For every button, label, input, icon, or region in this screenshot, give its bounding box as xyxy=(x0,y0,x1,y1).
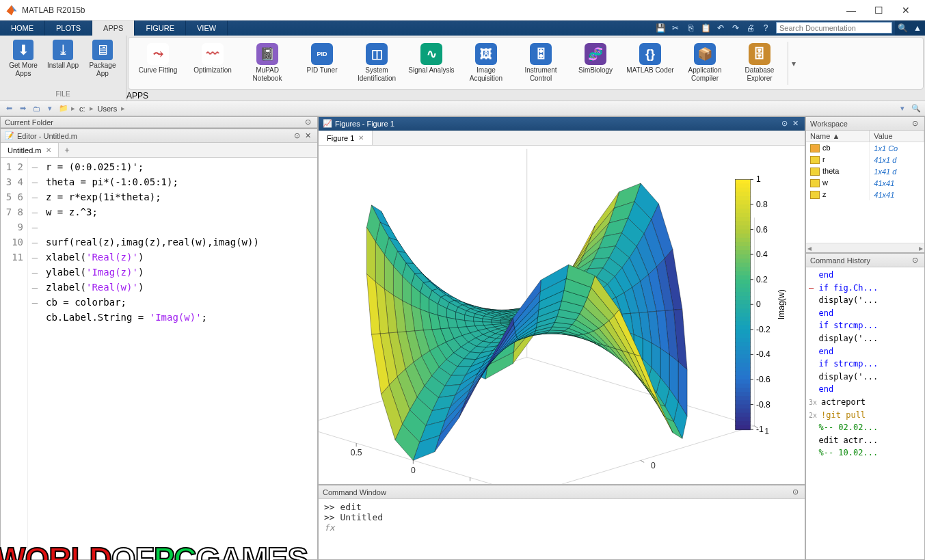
left-column: Current Folder ⊙ 📝 Editor - Untitled.m ⊙… xyxy=(0,116,318,560)
history-item[interactable]: 3x actreport xyxy=(809,396,922,409)
panel-menu-icon[interactable]: ⊙ xyxy=(909,119,920,128)
app-image-acquisition[interactable]: 🖼Image Acquisition xyxy=(459,42,513,83)
history-item[interactable]: end xyxy=(809,345,922,358)
breadcrumb-drive[interactable]: c: xyxy=(77,105,88,113)
svg-rect-698 xyxy=(735,238,750,243)
history-item[interactable]: – if fig.Ch... xyxy=(809,282,922,295)
package-app-button[interactable]: 🖥 Package App xyxy=(83,38,122,79)
workspace-row[interactable]: w41x41 xyxy=(806,177,924,189)
app-optimization[interactable]: 〰Optimization xyxy=(186,42,239,76)
code-area[interactable]: 1 2 3 4 5 6 7 8 9 10 11 – – – – – – – – … xyxy=(1,158,317,559)
svg-text:0: 0 xyxy=(651,461,656,470)
history-item[interactable]: %-- 10.02... xyxy=(809,446,922,459)
svg-rect-706 xyxy=(735,271,750,276)
help-icon[interactable]: ? xyxy=(758,21,773,36)
history-item[interactable]: end xyxy=(809,383,922,396)
figure-tab-label: Figure 1 xyxy=(327,134,354,142)
nav-history-icon[interactable]: ▾ xyxy=(44,104,56,113)
app-application-compiler[interactable]: 📦Application Compiler xyxy=(678,42,732,83)
close-button[interactable]: ✕ xyxy=(892,2,920,18)
workspace-row[interactable]: theta1x41 d xyxy=(806,165,924,177)
app-simbiology[interactable]: 🧬SimBiology xyxy=(569,42,622,76)
svg-rect-685 xyxy=(735,184,750,189)
panel-menu-icon[interactable]: ⊙ xyxy=(909,256,920,265)
workspace-col-value[interactable]: Value xyxy=(870,131,924,142)
history-item[interactable]: 2x !git pull xyxy=(809,409,922,422)
app-instrument-control[interactable]: 🎛Instrument Control xyxy=(514,42,567,83)
app-matlab-coder[interactable]: {}MATLAB Coder xyxy=(624,42,677,76)
app-system-identification[interactable]: ◫System Identification xyxy=(350,42,403,83)
get-more-apps-button[interactable]: ⬇ Get More Apps xyxy=(4,38,42,79)
save-icon[interactable]: 💾 xyxy=(653,21,668,36)
history-item[interactable]: display('... xyxy=(809,294,922,307)
command-line: >> edit xyxy=(324,502,799,512)
apps-more-icon[interactable]: ▾ xyxy=(788,42,799,85)
panel-menu-icon[interactable]: ⊙ xyxy=(779,119,790,128)
search-folder-icon[interactable]: 🔍 xyxy=(910,104,922,113)
paste-icon[interactable]: 📋 xyxy=(698,21,713,36)
tab-apps[interactable]: APPS xyxy=(92,21,135,36)
cut-icon[interactable]: ✂ xyxy=(668,21,683,36)
figure-tab-1[interactable]: Figure 1 ✕ xyxy=(319,131,373,145)
panel-close-icon[interactable]: ✕ xyxy=(790,119,801,128)
panel-close-icon[interactable]: ✕ xyxy=(302,131,313,140)
tab-figure[interactable]: FIGURE xyxy=(135,21,186,36)
history-item[interactable]: if strcmp... xyxy=(809,358,922,371)
history-item[interactable]: %-- 02.02... xyxy=(809,421,922,434)
nav-up-icon[interactable]: 🗀 xyxy=(30,105,42,113)
panel-menu-icon[interactable]: ⊙ xyxy=(302,118,313,126)
app-curve-fitting[interactable]: ⤳Curve Fitting xyxy=(131,42,185,76)
history-item[interactable]: edit actr... xyxy=(809,434,922,447)
tab-close-icon[interactable]: ✕ xyxy=(358,134,364,142)
workspace-scrollbar[interactable]: ◂▸ xyxy=(806,243,924,252)
tab-plots[interactable]: PLOTS xyxy=(45,21,92,36)
app-database-explorer[interactable]: 🗄Database Explorer xyxy=(733,42,786,83)
install-app-button[interactable]: ⤓ Install App xyxy=(44,38,82,71)
undo-icon[interactable]: ↶ xyxy=(713,21,728,36)
svg-rect-688 xyxy=(735,196,750,201)
window-title: MATLAB R2015b xyxy=(22,5,837,15)
breadcrumb-folder[interactable]: Users xyxy=(95,105,120,113)
workspace-row[interactable]: cb1x1 Co xyxy=(806,142,924,155)
nav-forward-icon[interactable]: ➡ xyxy=(16,104,29,113)
app-icon: PID xyxy=(311,43,333,65)
history-item[interactable]: display('... xyxy=(809,371,922,384)
app-mupad-notebook[interactable]: 📓MuPAD Notebook xyxy=(241,42,294,83)
app-pid-tuner[interactable]: PIDPID Tuner xyxy=(295,42,349,76)
svg-rect-725 xyxy=(735,350,750,355)
nav-back-icon[interactable]: ⬅ xyxy=(3,104,15,113)
address-dropdown-icon[interactable]: ▾ xyxy=(896,104,909,113)
redo-icon[interactable]: ↷ xyxy=(728,21,743,36)
center-column: 📈 Figures - Figure 1 ⊙ ✕ Figure 1 ✕ 10.5… xyxy=(318,116,805,560)
history-item[interactable]: display('... xyxy=(809,332,922,345)
history-item[interactable]: end xyxy=(809,307,922,320)
maximize-button[interactable]: ☐ xyxy=(865,2,892,18)
svg-rect-734 xyxy=(735,388,750,392)
search-input[interactable] xyxy=(776,22,892,34)
history-item[interactable]: if strcmp... xyxy=(809,319,922,332)
copy-icon[interactable]: ⎘ xyxy=(683,21,698,36)
tab-view[interactable]: VIEW xyxy=(186,21,228,36)
panel-menu-icon[interactable]: ⊙ xyxy=(790,488,801,496)
ribbon-collapse-icon[interactable]: ▲ xyxy=(910,21,925,36)
figure-area[interactable]: 10.50-0.5-1-101-1-0.500.51Imag(z)Real(z)… xyxy=(319,146,805,484)
workspace-row[interactable]: r41x1 d xyxy=(806,154,924,165)
minimize-button[interactable]: — xyxy=(837,2,865,18)
search-button-icon[interactable]: 🔍 xyxy=(895,21,910,36)
editor-tab-untitled[interactable]: Untitled.m ✕ xyxy=(1,143,59,157)
app-icon: ⤳ xyxy=(147,43,169,65)
install-app-label: Install App xyxy=(47,62,79,70)
tab-home[interactable]: HOME xyxy=(0,21,45,36)
panel-menu-icon[interactable]: ⊙ xyxy=(291,131,302,140)
command-window-body[interactable]: >> edit >> Untitled fx xyxy=(319,499,805,559)
tab-close-icon[interactable]: ✕ xyxy=(46,146,51,154)
print-icon[interactable]: 🖨 xyxy=(743,21,758,36)
history-item[interactable]: end xyxy=(809,269,922,282)
command-history-body[interactable]: end– if fig.Ch... display('... end if st… xyxy=(806,267,924,559)
app-signal-analysis[interactable]: ∿Signal Analysis xyxy=(405,42,458,76)
workspace-row[interactable]: z41x41 xyxy=(806,189,924,200)
ribbon-group-apps: ⤳Curve Fitting〰Optimization📓MuPAD Notebo… xyxy=(126,36,925,101)
new-tab-button[interactable]: ＋ xyxy=(59,143,75,157)
workspace-col-name[interactable]: Name ▲ xyxy=(806,131,870,142)
svg-rect-710 xyxy=(735,288,750,293)
